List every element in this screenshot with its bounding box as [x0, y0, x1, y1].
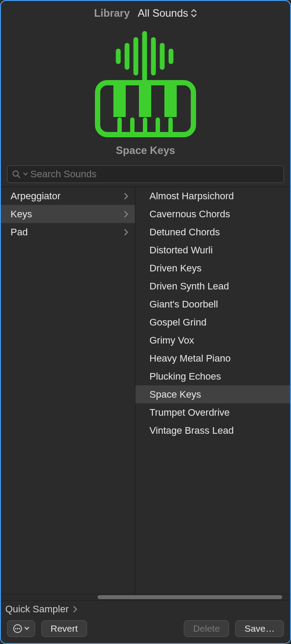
- save-button[interactable]: Save…: [235, 620, 284, 637]
- waveform-icon: [110, 30, 181, 83]
- delete-button[interactable]: Delete: [184, 620, 229, 637]
- chevron-down-icon: [24, 626, 29, 632]
- sound-row[interactable]: Vintage Brass Lead: [135, 421, 290, 439]
- sound-label: Space Keys: [149, 389, 201, 400]
- revert-button[interactable]: Revert: [41, 620, 87, 637]
- updown-icon: [191, 9, 197, 18]
- svg-rect-10: [164, 85, 177, 117]
- chevron-right-icon: [124, 228, 129, 236]
- library-header: Library All Sounds: [1, 1, 290, 26]
- svg-point-20: [17, 628, 18, 629]
- sound-row[interactable]: Detuned Chords: [135, 223, 290, 241]
- svg-line-17: [18, 176, 20, 178]
- svg-rect-9: [139, 85, 151, 117]
- sound-column: Almost HarpsichordCavernous ChordsDetune…: [135, 187, 290, 594]
- actions-menu-button[interactable]: [7, 620, 35, 637]
- sound-browser: ArpeggiatorKeysPad Almost HarpsichordCav…: [1, 187, 290, 594]
- sound-label: Heavy Metal Piano: [149, 353, 231, 364]
- svg-point-19: [15, 628, 16, 629]
- breadcrumb-label: Quick Sampler: [5, 604, 69, 615]
- sound-label: Driven Keys: [149, 263, 202, 274]
- sound-label: Gospel Grind: [149, 317, 207, 328]
- sound-label: Grimy Vox: [149, 335, 194, 346]
- chevron-down-icon: [23, 171, 28, 177]
- ellipsis-circle-icon: [13, 624, 22, 633]
- category-row[interactable]: Pad: [1, 223, 135, 241]
- category-label: Arpeggiator: [11, 190, 61, 202]
- sound-row[interactable]: Gospel Grind: [135, 313, 290, 331]
- sound-row[interactable]: Cavernous Chords: [135, 205, 290, 223]
- scrollbar-thumb[interactable]: [98, 595, 282, 599]
- chevron-right-icon: [73, 606, 77, 613]
- patch-name-label: Space Keys: [116, 144, 175, 157]
- library-title: Library: [94, 7, 130, 19]
- svg-rect-8: [113, 85, 126, 117]
- category-row[interactable]: Arpeggiator: [1, 187, 135, 205]
- sound-row[interactable]: Trumpet Overdrive: [135, 403, 290, 421]
- sound-label: Almost Harpsichord: [149, 190, 234, 202]
- sound-row[interactable]: Driven Synth Lead: [135, 277, 290, 295]
- keyboard-icon: [95, 80, 196, 137]
- horizontal-scrollbar[interactable]: [1, 594, 290, 600]
- search-input[interactable]: [30, 168, 279, 180]
- scope-dropdown[interactable]: All Sounds: [138, 7, 197, 19]
- sound-label: Driven Synth Lead: [149, 281, 229, 292]
- sound-row[interactable]: Grimy Vox: [135, 331, 290, 349]
- sound-row[interactable]: Almost Harpsichord: [135, 187, 290, 205]
- patch-hero: Space Keys: [1, 26, 290, 165]
- category-label: Keys: [11, 209, 32, 220]
- scope-dropdown-label: All Sounds: [138, 7, 188, 19]
- sound-row[interactable]: Distorted Wurli: [135, 241, 290, 259]
- svg-point-21: [19, 628, 20, 629]
- category-label: Pad: [11, 227, 28, 238]
- category-column: ArpeggiatorKeysPad: [1, 187, 135, 594]
- footer-toolbar: Revert Delete Save…: [1, 618, 290, 643]
- search-icon: [12, 170, 21, 179]
- sound-label: Giant's Doorbell: [149, 299, 218, 310]
- sound-label: Trumpet Overdrive: [149, 407, 230, 418]
- chevron-right-icon: [124, 210, 129, 218]
- sound-row[interactable]: Driven Keys: [135, 259, 290, 277]
- library-panel: Library All Sounds: [0, 0, 291, 644]
- sound-label: Vintage Brass Lead: [149, 425, 234, 436]
- chevron-right-icon: [124, 192, 129, 200]
- search-container: [1, 165, 290, 187]
- breadcrumb[interactable]: Quick Sampler: [1, 600, 290, 618]
- sound-row[interactable]: Plucking Echoes: [135, 367, 290, 385]
- sound-row[interactable]: Heavy Metal Piano: [135, 349, 290, 367]
- sound-label: Detuned Chords: [149, 227, 220, 238]
- sound-row[interactable]: Space Keys: [135, 385, 290, 403]
- sound-label: Plucking Echoes: [149, 371, 221, 382]
- sound-label: Distorted Wurli: [149, 245, 213, 256]
- search-field[interactable]: [7, 165, 284, 183]
- sound-row[interactable]: Giant's Doorbell: [135, 295, 290, 313]
- sound-label: Cavernous Chords: [149, 209, 230, 220]
- category-row[interactable]: Keys: [1, 205, 135, 223]
